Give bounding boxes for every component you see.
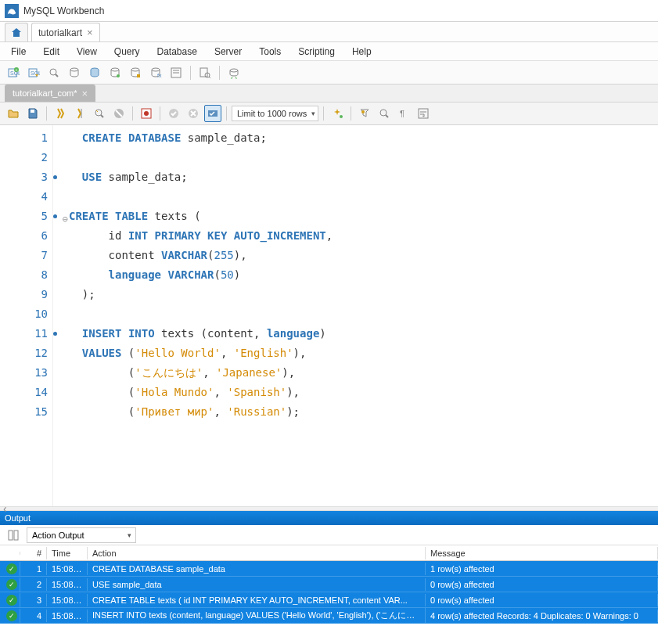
close-icon[interactable]: × — [82, 88, 88, 99]
editor-toolbar: Limit to 1000 rows ¶ — [0, 102, 658, 125]
svg-point-8 — [70, 68, 78, 71]
code-line[interactable]: ); — [69, 285, 658, 304]
query-tab[interactable]: tutorialkart_com* × — [5, 85, 95, 102]
code-line[interactable]: CREATE DATABASE sample_data; — [69, 128, 658, 148]
execute-current-icon[interactable] — [71, 105, 88, 122]
code-line[interactable]: INSERT INTO texts (content, language) — [69, 324, 658, 344]
inspector-icon[interactable] — [45, 64, 63, 81]
line-number: 2 — [0, 148, 48, 167]
close-icon[interactable]: × — [87, 27, 93, 38]
explain-icon[interactable] — [91, 105, 108, 122]
search-objects-icon[interactable] — [196, 64, 214, 81]
save-icon[interactable] — [24, 105, 41, 122]
function-icon[interactable]: fx — [147, 64, 164, 81]
row-time: 15:08:42 — [47, 563, 88, 575]
row-number: 2 — [20, 578, 47, 591]
grid-header: # Time Action Message — [0, 545, 658, 561]
code-line[interactable] — [69, 187, 658, 207]
code-line[interactable]: id INT PRIMARY KEY AUTO_INCREMENT, — [69, 226, 658, 246]
find-icon[interactable] — [356, 105, 373, 122]
line-number: 14 — [0, 383, 48, 402]
col-message[interactable]: Message — [426, 547, 658, 559]
table-icon[interactable] — [86, 64, 103, 81]
output-row[interactable]: 215:08:42USE sample_data0 row(s) affecte… — [0, 577, 658, 592]
menu-view[interactable]: View — [69, 44, 105, 59]
splitter[interactable] — [0, 506, 658, 511]
stop-icon[interactable] — [110, 105, 128, 122]
line-number: 3 — [0, 167, 48, 187]
view-icon[interactable] — [106, 64, 124, 81]
commit-icon[interactable] — [165, 105, 182, 122]
svg-rect-41 — [14, 531, 18, 540]
window-titlebar: MySQL Workbench — [0, 0, 658, 22]
code-line[interactable]: language VARCHAR(50) — [69, 265, 658, 285]
output-controls: Action Output — [0, 525, 658, 545]
limit-rows-label: Limit to 1000 rows — [237, 109, 307, 118]
output-type-select[interactable]: Action Output — [27, 527, 136, 543]
col-action[interactable]: Action — [88, 547, 426, 559]
open-sql-file-icon[interactable]: SQL — [25, 64, 42, 81]
menu-help[interactable]: Help — [344, 44, 379, 59]
menu-database[interactable]: Database — [149, 44, 205, 59]
code-line[interactable]: ('Hola Mundo', 'Spanish'), — [69, 383, 658, 402]
code-line[interactable]: VALUES ('Hello World', 'English'), — [69, 344, 658, 363]
code-line[interactable] — [69, 148, 658, 167]
execute-icon[interactable] — [52, 105, 69, 122]
row-action: USE sample_data — [88, 578, 426, 591]
code-line[interactable]: ('こんにちは', 'Japanese'), — [69, 363, 658, 383]
toolbar-separator — [190, 66, 191, 80]
col-number[interactable]: # — [20, 547, 47, 559]
row-time: 15:08:42 — [47, 578, 88, 591]
reconnect-icon[interactable] — [225, 64, 243, 81]
open-file-icon[interactable] — [5, 105, 22, 122]
code-line[interactable]: USE sample_data; — [69, 167, 658, 187]
stop-on-error-icon[interactable] — [138, 105, 155, 122]
svg-point-34 — [340, 115, 343, 118]
menu-file[interactable]: File — [3, 44, 34, 59]
zoom-icon[interactable] — [376, 105, 393, 122]
output-grid[interactable]: # Time Action Message 115:08:42CREATE DA… — [0, 545, 658, 644]
code-line[interactable]: CREATE TABLE texts ( — [69, 207, 658, 226]
home-button[interactable] — [5, 23, 28, 41]
new-sql-tab-icon[interactable]: SQL+ — [5, 64, 22, 81]
code-area[interactable]: CREATE DATABASE sample_data; USE sample_… — [53, 125, 658, 506]
line-number: 10 — [0, 304, 48, 324]
code-line[interactable]: ('Привет мир', 'Russian'); — [69, 402, 658, 422]
sql-preview-icon[interactable] — [167, 64, 185, 81]
row-action: INSERT INTO texts (content, language) VA… — [88, 608, 426, 623]
menu-edit[interactable]: Edit — [35, 44, 67, 59]
wrap-icon[interactable] — [415, 105, 432, 122]
line-number: 15 — [0, 402, 48, 422]
autocommit-toggle-icon[interactable] — [204, 105, 221, 122]
limit-rows-select[interactable]: Limit to 1000 rows — [232, 106, 318, 121]
output-row[interactable]: 415:08:42INSERT INTO texts (content, lan… — [0, 608, 658, 624]
menu-server[interactable]: Server — [207, 44, 250, 59]
svg-rect-23 — [31, 110, 34, 113]
svg-point-6 — [50, 69, 56, 75]
output-layout-icon[interactable] — [5, 527, 22, 544]
svg-point-14 — [152, 68, 160, 71]
output-row[interactable]: 115:08:42CREATE DATABASE sample_data1 ro… — [0, 561, 658, 577]
menu-query[interactable]: Query — [106, 44, 148, 59]
status-ok-icon — [6, 563, 17, 574]
output-row[interactable]: 315:08:42CREATE TABLE texts ( id INT PRI… — [0, 592, 658, 608]
row-message: 0 row(s) affected — [426, 578, 658, 591]
beautify-icon[interactable] — [329, 105, 346, 122]
svg-point-10 — [111, 68, 119, 71]
output-header: Output — [0, 511, 658, 525]
sql-editor[interactable]: 123456789101112131415 CREATE DATABASE sa… — [0, 125, 658, 506]
menu-tools[interactable]: Tools — [251, 44, 289, 59]
connection-tab[interactable]: tutorialkart × — [31, 23, 100, 41]
svg-point-35 — [361, 110, 365, 113]
schema-icon[interactable] — [66, 64, 83, 81]
invisible-chars-icon[interactable]: ¶ — [395, 105, 412, 122]
row-message: 1 row(s) affected — [426, 563, 658, 575]
code-line[interactable]: content VARCHAR(255), — [69, 246, 658, 265]
menubar: FileEditViewQueryDatabaseServerToolsScri… — [0, 42, 658, 61]
svg-point-22 — [230, 69, 238, 72]
col-time[interactable]: Time — [47, 547, 88, 559]
menu-scripting[interactable]: Scripting — [290, 44, 343, 59]
code-line[interactable] — [69, 304, 658, 324]
procedure-icon[interactable] — [127, 64, 144, 81]
rollback-icon[interactable] — [185, 105, 202, 122]
